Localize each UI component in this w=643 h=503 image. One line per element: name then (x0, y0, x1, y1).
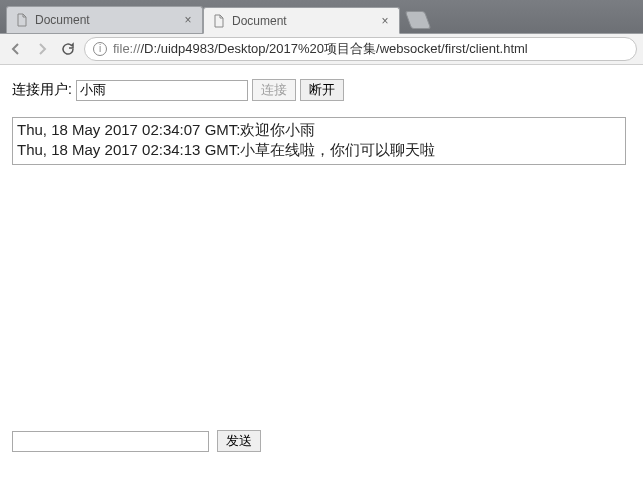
info-icon[interactable]: i (93, 42, 107, 56)
tab-title: Document (232, 14, 379, 28)
url-text: file:///D:/uidp4983/Desktop/2017%20项目合集/… (113, 40, 528, 58)
message-log[interactable]: Thu, 18 May 2017 02:34:07 GMT:欢迎你小雨 Thu,… (12, 117, 626, 165)
file-icon (212, 14, 226, 28)
close-icon[interactable]: × (379, 15, 391, 27)
send-button[interactable]: 发送 (217, 430, 261, 452)
file-icon (15, 13, 29, 27)
forward-icon[interactable] (32, 39, 52, 59)
user-label: 连接用户: (12, 81, 72, 99)
browser-chrome: Document × Document × i file:///D:/uidp4… (0, 0, 643, 65)
page-content: 连接用户: 连接 断开 Thu, 18 May 2017 02:34:07 GM… (0, 65, 643, 179)
disconnect-button[interactable]: 断开 (300, 79, 344, 101)
browser-toolbar: i file:///D:/uidp4983/Desktop/2017%20项目合… (0, 33, 643, 65)
browser-tab-1[interactable]: Document × (6, 6, 203, 33)
tab-bar: Document × Document × (0, 0, 643, 33)
address-bar[interactable]: i file:///D:/uidp4983/Desktop/2017%20项目合… (84, 37, 637, 61)
new-tab-button[interactable] (405, 11, 432, 29)
username-input[interactable] (76, 80, 248, 101)
reload-icon[interactable] (58, 39, 78, 59)
tab-title: Document (35, 13, 182, 27)
back-icon[interactable] (6, 39, 26, 59)
message-input[interactable] (12, 431, 209, 452)
close-icon[interactable]: × (182, 14, 194, 26)
connection-row: 连接用户: 连接 断开 (12, 79, 631, 101)
browser-tab-2[interactable]: Document × (203, 7, 400, 34)
send-row: 发送 (12, 430, 261, 452)
connect-button[interactable]: 连接 (252, 79, 296, 101)
